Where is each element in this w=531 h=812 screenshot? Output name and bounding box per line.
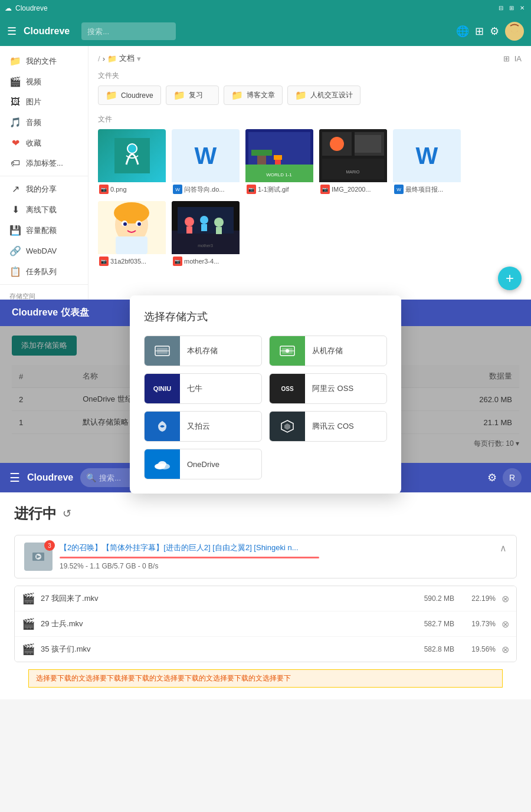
image-icon: 🖼 [9, 97, 21, 107]
settings-icon[interactable]: ⚙ [490, 25, 499, 38]
modal-overlay[interactable]: 选择存储方式 本机存储 [0, 326, 531, 463]
folder-item-review[interactable]: 📁 复习 [166, 86, 219, 105]
file-badge-6: 📷 [173, 257, 182, 266]
hamburger-menu-icon[interactable]: ☰ [7, 25, 17, 38]
file-thumb-5 [98, 201, 166, 254]
close-button[interactable]: ✕ [518, 4, 526, 12]
sidebar-item-webdav[interactable]: 🔗 WebDAV [0, 241, 88, 261]
bottom-hamburger-icon[interactable]: ☰ [9, 471, 20, 485]
file-item-2[interactable]: WORLD 1-1 📷 1-1测试.gif [245, 129, 313, 195]
search-input[interactable] [81, 22, 176, 40]
svg-rect-35 [201, 224, 207, 231]
download-expand-icon[interactable]: ∧ [500, 543, 507, 554]
breadcrumb-folder-chevron[interactable]: ▾ [137, 54, 141, 63]
storage-option-aliyun[interactable]: OSS 阿里云 OSS [269, 373, 387, 404]
df-cancel-3[interactable]: ⊗ [502, 644, 509, 655]
sidebar-item-share[interactable]: ↗ 我的分享 [0, 179, 88, 199]
view-list-icon[interactable]: ⊞ [503, 54, 510, 63]
df-size-3: 582.8 MB [407, 645, 454, 653]
storage-modal: 选择存储方式 本机存储 [130, 295, 401, 494]
sidebar-item-task[interactable]: 📋 任务队列 [0, 261, 88, 282]
dashboard-section: Cloudreve 仪表盘 添加存储策略 # 名称 数据量 2 OneDrive… [0, 300, 531, 463]
file-item-6[interactable]: mother3 📷 mother3-4... [172, 201, 240, 267]
maximize-button[interactable]: ⊞ [507, 4, 516, 12]
modal-title: 选择存储方式 [144, 310, 387, 324]
tencent-label: 腾讯云 COS [312, 421, 354, 432]
sidebar-item-myfiles[interactable]: 📁 我的文件 [0, 51, 88, 71]
file-thumb-6: mother3 [172, 201, 240, 254]
layout-icon[interactable]: ⊞ [475, 25, 484, 38]
selection-marquee-text: 选择要下载的文选择要下载择要下载的文选择要下载的文选择要下载的文选择要下 [28, 669, 503, 688]
file-item-5[interactable]: 📷 31a2bf035... [98, 201, 166, 267]
breadcrumb-folder[interactable]: 文档 [119, 53, 135, 64]
sidebar-item-quota[interactable]: 💾 容量配额 [0, 220, 88, 241]
remote-storage-label: 从机存储 [312, 346, 343, 356]
file-item-0[interactable]: 📷 0.png [98, 129, 166, 195]
refresh-icon[interactable]: ↺ [63, 507, 71, 520]
sidebar-item-audio[interactable]: 🎵 音频 [0, 112, 88, 133]
sidebar-item-addtag[interactable]: 🏷 添加标签... [0, 153, 88, 173]
content-area: / › 📁 文档 ▾ ⊞ IA 文件夹 📁 Cloudreve [88, 46, 531, 300]
download-files-list: 🎬 27 我回来了.mkv 590.2 MB 22.19% ⊗ 🎬 29 士兵.… [14, 586, 517, 662]
folder-icon-blog: 📁 [231, 90, 243, 101]
storage-option-tencent[interactable]: 腾讯云 COS [269, 411, 387, 442]
myfiles-icon: 📁 [9, 55, 21, 67]
folder-item-blog[interactable]: 📁 博客文章 [224, 86, 283, 105]
dashboard-content: 添加存储策略 # 名称 数据量 2 OneDrive 世纪互... 262.0 … [0, 326, 531, 463]
download-count-badge: 3 [44, 540, 55, 551]
quota-icon: 💾 [9, 225, 21, 236]
bottom-header-right: ⚙ R [487, 468, 522, 487]
download-section-title: 进行中 [14, 504, 57, 523]
aliyun-icon: OSS [270, 374, 305, 403]
breadcrumb-root[interactable]: / [98, 54, 100, 63]
view-grid-icon[interactable]: IA [514, 54, 522, 63]
remote-storage-icon [270, 336, 305, 366]
breadcrumb-folder-icon: 📁 [107, 54, 117, 63]
audio-label: 音频 [26, 117, 41, 128]
svg-text:mother3: mother3 [198, 244, 213, 248]
file-item-1[interactable]: W W 问答导向.do... [172, 129, 240, 195]
download-progress-bar [60, 557, 319, 558]
file-item-4[interactable]: W W 最终项目报... [393, 129, 461, 195]
svg-text:WORLD 1-1: WORLD 1-1 [266, 172, 292, 177]
sidebar-item-video[interactable]: 🎬 视频 [0, 71, 88, 92]
bottom-settings-icon[interactable]: ⚙ [487, 471, 497, 484]
download-task-stats: 19.52% - 1.1 GB/5.7 GB - 0 B/s [60, 562, 493, 570]
user-avatar[interactable] [505, 22, 524, 41]
share-label: 我的分享 [26, 184, 57, 195]
folder-item-cloudreve[interactable]: 📁 Cloudreve [98, 86, 161, 105]
bottom-avatar[interactable]: R [503, 468, 522, 487]
file-thumb-2: WORLD 1-1 [245, 129, 313, 182]
globe-icon[interactable]: 🌐 [456, 25, 469, 38]
main-layout: 📁 我的文件 🎬 视频 🖼 图片 🎵 音频 ❤ 收藏 🏷 添加标签... [0, 46, 531, 300]
file-item-3[interactable]: MARIO 📷 IMG_20200... [319, 129, 387, 195]
fab-add-button[interactable]: + [498, 267, 522, 290]
window-controls[interactable]: ⊟ ⊞ ✕ [497, 4, 526, 12]
storage-option-remote[interactable]: 从机存储 [269, 336, 387, 366]
download-file-row: 🎬 35 孩子们.mkv 582.8 MB 19.56% ⊗ [15, 637, 516, 662]
storage-option-youpai[interactable]: 又拍云 [144, 411, 262, 442]
file-thumb-1: W [172, 129, 240, 182]
storage-option-local[interactable]: 本机存储 [144, 336, 262, 366]
audio-icon: 🎵 [9, 117, 21, 128]
minimize-button[interactable]: ⊟ [497, 4, 505, 12]
share-icon: ↗ [9, 183, 21, 195]
app-header-title: Cloudreve [24, 26, 70, 37]
header-actions: 🌐 ⊞ ⚙ [456, 22, 524, 41]
sidebar-item-offline[interactable]: ⬇ 离线下载 [0, 199, 88, 220]
storage-option-onedrive[interactable]: OneDrive [144, 449, 262, 479]
storage-option-qiniu[interactable]: QINIU 七牛 [144, 373, 262, 404]
folder-item-hci[interactable]: 📁 人机交互设计 [287, 86, 360, 105]
svg-point-32 [185, 217, 194, 226]
bottom-app-title: Cloudreve [27, 472, 73, 483]
folder-name-hci: 人机交互设计 [310, 90, 353, 100]
df-pct-2: 19.73% [460, 620, 496, 628]
df-cancel-2[interactable]: ⊗ [502, 619, 509, 630]
file-badge-0: 📷 [99, 185, 109, 194]
sidebar-item-favorite[interactable]: ❤ 收藏 [0, 133, 88, 153]
svg-rect-30 [172, 231, 240, 254]
sidebar-divider2 [0, 284, 88, 285]
df-name-1: 27 我回来了.mkv [41, 593, 401, 604]
df-cancel-1[interactable]: ⊗ [502, 593, 509, 604]
sidebar-item-image[interactable]: 🖼 图片 [0, 92, 88, 112]
